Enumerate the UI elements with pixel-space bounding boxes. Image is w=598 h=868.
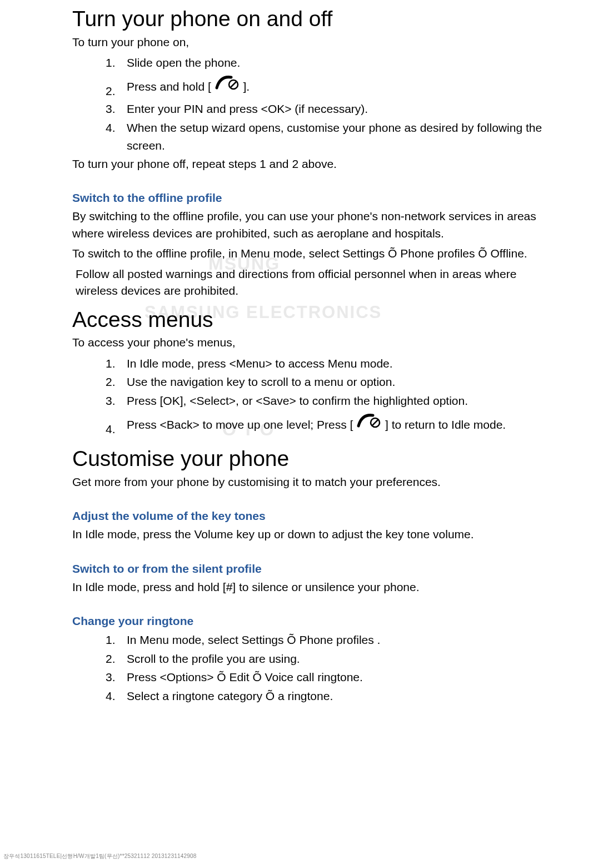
steps-turn-on: 1. Slide open the phone. 2. Press and ho… — [72, 54, 548, 155]
step-number: 3. — [106, 668, 116, 687]
step-number: 2. — [106, 373, 116, 391]
step-text: Press <Options> Õ Edit Õ Voice call ring… — [127, 671, 363, 683]
list-item: 3. Press <Options> Õ Edit Õ Voice call r… — [106, 668, 548, 687]
list-item: 4. Press <Back> to move up one level; Pr… — [106, 415, 548, 437]
subheading-ringtone: Change your ringtone — [72, 614, 548, 628]
list-item: 2. Scroll to the profile you are using. — [106, 650, 548, 668]
list-item: 4. Select a ringtone category Õ a ringto… — [106, 687, 548, 706]
power-icon — [356, 413, 382, 435]
intro-customise: Get more from your phone by customising … — [72, 474, 548, 490]
step-text: Press [OK], <Select>, or <Save> to confi… — [127, 394, 468, 407]
step-number: 4. — [106, 687, 116, 706]
step-number: 4. — [106, 119, 116, 137]
step-text-b: ] to return to Idle mode. — [385, 418, 506, 431]
step-number: 1. — [106, 355, 116, 373]
step-text: Select a ringtone category Õ a ringtone. — [127, 690, 333, 702]
intro-access-menus: To access your phone's menus, — [72, 334, 548, 351]
steps-ringtone: 1. In Menu mode, select Settings Õ Phone… — [72, 631, 548, 705]
heading-customise: Customise your phone — [72, 447, 548, 472]
svg-line-3 — [372, 420, 378, 425]
svg-line-1 — [231, 82, 236, 87]
footer-code: 장우석13011615TELE|선행H/W개발1팀(무선)**25321112 … — [3, 852, 196, 860]
offline-p2: To switch to the offline profile, in Men… — [72, 245, 548, 262]
step-number: 2. — [106, 650, 116, 668]
power-icon — [215, 75, 240, 97]
step-number: 3. — [106, 100, 116, 118]
offline-note: Follow all posted warnings and direction… — [76, 266, 548, 300]
step-text: Scroll to the profile you are using. — [127, 652, 300, 665]
subheading-silent: Switch to or from the silent profile — [72, 562, 548, 576]
subheading-volume: Adjust the volume of the key tones — [72, 509, 548, 523]
list-item: 1. Slide open the phone. — [106, 54, 548, 72]
step-text: When the setup wizard opens, customise y… — [127, 121, 542, 152]
steps-access-menus: 1. In Idle mode, press <Menu> to access … — [72, 355, 548, 437]
page-content: Turn your phone on and off To turn your … — [0, 7, 598, 705]
list-item: 2. Use the navigation key to scroll to a… — [106, 373, 548, 391]
step-text-b: ]. — [243, 80, 250, 93]
step-text-a: Press and hold [ — [127, 80, 215, 93]
turn-off-text: To turn your phone off, repeat steps 1 a… — [72, 156, 548, 172]
step-text: In Menu mode, select Settings Õ Phone pr… — [127, 633, 380, 646]
list-item: 3. Enter your PIN and press <OK> (if nec… — [106, 100, 548, 118]
intro-turn-on: To turn your phone on, — [72, 34, 548, 51]
step-number: 4. — [106, 420, 116, 439]
step-text-a: Press <Back> to move up one level; Press… — [127, 418, 356, 431]
silent-p1: In Idle mode, press and hold [#] to sile… — [72, 579, 548, 596]
step-text: In Idle mode, press <Menu> to access Men… — [127, 357, 393, 370]
subheading-offline: Switch to the offline profile — [72, 191, 548, 205]
step-text: Slide open the phone. — [127, 56, 240, 69]
offline-p1: By switching to the offline profile, you… — [72, 208, 548, 242]
list-item: 1. In Idle mode, press <Menu> to access … — [106, 355, 548, 373]
list-item: 1. In Menu mode, select Settings Õ Phone… — [106, 631, 548, 649]
step-number: 3. — [106, 392, 116, 410]
step-text: Use the navigation key to scroll to a me… — [127, 375, 395, 388]
list-item: 4. When the setup wizard opens, customis… — [106, 119, 548, 155]
list-item: 2. Press and hold [ ]. — [106, 77, 548, 99]
heading-access-menus: Access menus — [72, 307, 548, 333]
step-number: 2. — [106, 82, 116, 101]
step-number: 1. — [106, 631, 116, 649]
heading-turn-phone: Turn your phone on and off — [72, 7, 548, 32]
list-item: 3. Press [OK], <Select>, or <Save> to co… — [106, 392, 548, 410]
volume-p1: In Idle mode, press the Volume key up or… — [72, 526, 548, 543]
step-text: Enter your PIN and press <OK> (if necess… — [127, 102, 368, 115]
step-number: 1. — [106, 54, 116, 72]
